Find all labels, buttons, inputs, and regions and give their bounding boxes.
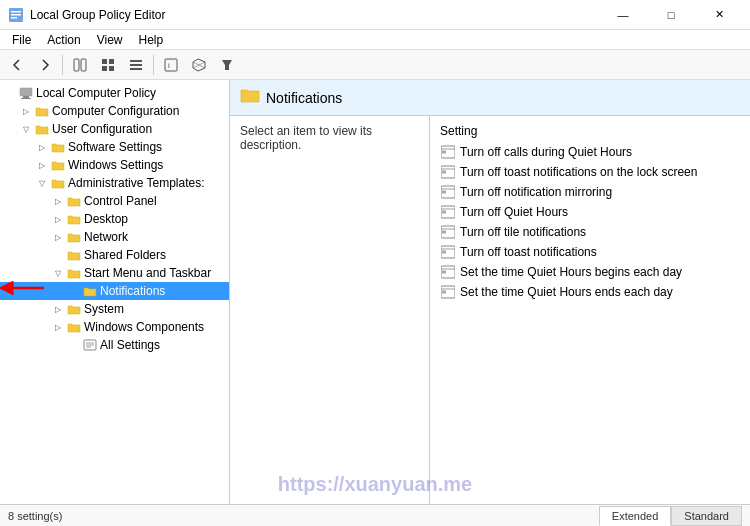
- folder-icon-notifications: [82, 284, 98, 298]
- svg-rect-2: [11, 14, 21, 16]
- setting-item-1[interactable]: Turn off calls during Quiet Hours: [440, 142, 740, 162]
- menu-help[interactable]: Help: [131, 30, 172, 50]
- content-body: Select an item to view its description. …: [230, 116, 750, 504]
- tree-item-windows-components[interactable]: ▷ Windows Components: [0, 318, 229, 336]
- content-header: Notifications: [230, 80, 750, 116]
- svg-rect-20: [23, 96, 29, 98]
- tree-label-software-settings: Software Settings: [68, 140, 162, 154]
- tree-label-windows-settings: Windows Settings: [68, 158, 163, 172]
- folder-icon-network: [66, 230, 82, 244]
- tab-standard[interactable]: Standard: [671, 506, 742, 526]
- folder-icon-desktop: [66, 212, 82, 226]
- toggle-software-settings[interactable]: ▷: [34, 139, 50, 155]
- menu-bar: File Action View Help: [0, 30, 750, 50]
- setting-item-6[interactable]: Turn off toast notifications: [440, 242, 740, 262]
- tree-label-start-menu: Start Menu and Taskbar: [84, 266, 211, 280]
- tree-item-software-settings[interactable]: ▷ Software Settings: [0, 138, 229, 156]
- window-title: Local Group Policy Editor: [30, 8, 165, 22]
- tree-item-desktop[interactable]: ▷ Desktop: [0, 210, 229, 228]
- setting-icon-8: [440, 285, 456, 299]
- maximize-button[interactable]: □: [648, 0, 694, 30]
- svg-rect-8: [102, 66, 107, 71]
- svg-rect-7: [109, 59, 114, 64]
- settings-panel: Setting Turn off calls during Quiet Hour…: [430, 116, 750, 504]
- tree-item-computer-configuration[interactable]: ▷ Computer Configuration: [0, 102, 229, 120]
- menu-file[interactable]: File: [4, 30, 39, 50]
- properties-button[interactable]: i: [158, 53, 184, 77]
- toggle-notifications[interactable]: [66, 283, 82, 299]
- tree-label-admin-templates: Administrative Templates:: [68, 176, 205, 190]
- list-button[interactable]: [123, 53, 149, 77]
- close-button[interactable]: ✕: [696, 0, 742, 30]
- show-hide-button[interactable]: [67, 53, 93, 77]
- setting-icon-1: [440, 145, 456, 159]
- settings-count: 8 setting(s): [8, 510, 62, 522]
- tree-item-windows-settings[interactable]: ▷ Windows Settings: [0, 156, 229, 174]
- status-bar: 8 setting(s) Extended Standard: [0, 504, 750, 526]
- svg-rect-36: [442, 191, 446, 194]
- tree-label-local-computer-policy: Local Computer Policy: [36, 86, 156, 100]
- toggle-all-settings[interactable]: [66, 337, 82, 353]
- setting-item-2[interactable]: Turn off toast notifications on the lock…: [440, 162, 740, 182]
- title-bar: Local Group Policy Editor — □ ✕: [0, 0, 750, 30]
- tree-item-shared-folders[interactable]: Shared Folders: [0, 246, 229, 264]
- setting-item-3[interactable]: Turn off notification mirroring: [440, 182, 740, 202]
- tree-item-all-settings[interactable]: All Settings: [0, 336, 229, 354]
- content-panel: Notifications Select an item to view its…: [230, 80, 750, 504]
- tree-label-control-panel: Control Panel: [84, 194, 157, 208]
- folder-icon-system: [66, 302, 82, 316]
- tree-label-system: System: [84, 302, 124, 316]
- setting-item-8[interactable]: Set the time Quiet Hours ends each day: [440, 282, 740, 302]
- view-button[interactable]: [95, 53, 121, 77]
- svg-rect-3: [11, 17, 17, 19]
- setting-label-4: Turn off Quiet Hours: [460, 205, 568, 219]
- setting-item-7[interactable]: Set the time Quiet Hours begins each day: [440, 262, 740, 282]
- tree-label-notifications: Notifications: [100, 284, 165, 298]
- svg-rect-51: [442, 291, 446, 294]
- back-button[interactable]: [4, 53, 30, 77]
- setting-label-7: Set the time Quiet Hours begins each day: [460, 265, 682, 279]
- svg-rect-33: [442, 171, 446, 174]
- svg-rect-19: [20, 88, 32, 96]
- tree-label-all-settings: All Settings: [100, 338, 160, 352]
- menu-action[interactable]: Action: [39, 30, 88, 50]
- tree-item-administrative-templates[interactable]: ▽ Administrative Templates:: [0, 174, 229, 192]
- toggle-local-computer[interactable]: [2, 85, 18, 101]
- computer-icon: [18, 86, 34, 100]
- tree-item-local-computer-policy[interactable]: Local Computer Policy: [0, 84, 229, 102]
- description-panel: Select an item to view its description.: [230, 116, 430, 504]
- toggle-windows-components[interactable]: ▷: [50, 319, 66, 335]
- setting-item-5[interactable]: Turn off tile notifications: [440, 222, 740, 242]
- tree-item-user-configuration[interactable]: ▽ User Configuration: [0, 120, 229, 138]
- folder-icon-computer-config: [34, 104, 50, 118]
- help-button[interactable]: [186, 53, 212, 77]
- folder-icon-admin-templates: [50, 176, 66, 190]
- forward-button[interactable]: [32, 53, 58, 77]
- filter-button[interactable]: [214, 53, 240, 77]
- minimize-button[interactable]: —: [600, 0, 646, 30]
- toolbar-separator-2: [153, 55, 154, 75]
- toggle-control-panel[interactable]: ▷: [50, 193, 66, 209]
- toggle-system[interactable]: ▷: [50, 301, 66, 317]
- toggle-start-menu[interactable]: ▽: [50, 265, 66, 281]
- tree-label-windows-components: Windows Components: [84, 320, 204, 334]
- toggle-desktop[interactable]: ▷: [50, 211, 66, 227]
- tree-panel: Local Computer Policy ▷ Computer Configu…: [0, 80, 230, 504]
- description-text: Select an item to view its description.: [240, 124, 372, 152]
- toggle-windows-settings[interactable]: ▷: [34, 157, 50, 173]
- setting-item-4[interactable]: Turn off Quiet Hours: [440, 202, 740, 222]
- menu-view[interactable]: View: [89, 30, 131, 50]
- toggle-user-configuration[interactable]: ▽: [18, 121, 34, 137]
- svg-rect-11: [130, 64, 142, 66]
- tree-label-user-config: User Configuration: [52, 122, 152, 136]
- toggle-admin-templates[interactable]: ▽: [34, 175, 50, 191]
- tree-item-network[interactable]: ▷ Network: [0, 228, 229, 246]
- tree-item-control-panel[interactable]: ▷ Control Panel: [0, 192, 229, 210]
- setting-icon-7: [440, 265, 456, 279]
- toggle-network[interactable]: ▷: [50, 229, 66, 245]
- tab-extended[interactable]: Extended: [599, 506, 671, 526]
- toggle-computer-configuration[interactable]: ▷: [18, 103, 34, 119]
- status-tabs: Extended Standard: [599, 506, 742, 526]
- toggle-shared-folders[interactable]: [50, 247, 66, 263]
- tree-item-system[interactable]: ▷ System: [0, 300, 229, 318]
